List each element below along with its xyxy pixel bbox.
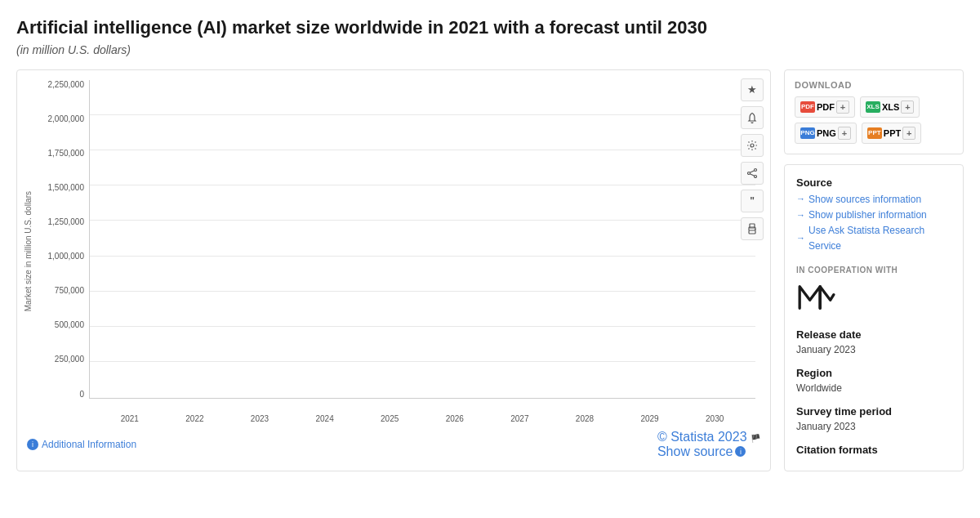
- x-label-2022: 2022: [163, 414, 228, 423]
- citation-section: Citation formats: [796, 444, 951, 456]
- m-logo: [796, 281, 837, 314]
- show-sources-link[interactable]: → Show sources information: [796, 192, 951, 208]
- y-label: 1,500,000: [36, 183, 89, 192]
- pdf-icon: PDF: [800, 101, 815, 113]
- y-label: 2,000,000: [36, 114, 89, 123]
- y-label: 1,750,000: [36, 149, 89, 158]
- svg-line-4: [750, 170, 754, 172]
- png-download-button[interactable]: PNG PNG +: [795, 123, 857, 144]
- citation-title: Citation formats: [796, 444, 951, 456]
- y-axis-label: Market size in million U.S. dollars: [24, 191, 33, 311]
- download-panel: DOWNLOAD PDF PDF + XLS XLS + PNG PNG +: [784, 69, 964, 154]
- svg-rect-6: [749, 230, 755, 234]
- y-label: 500,000: [36, 320, 89, 329]
- x-label-2028: 2028: [552, 414, 617, 423]
- print-button[interactable]: [741, 217, 764, 240]
- main-content: Market size in million U.S. dollars 2,25…: [16, 69, 964, 472]
- x-label-2021: 2021: [97, 414, 163, 423]
- show-source-link[interactable]: Show source i: [657, 444, 760, 459]
- xls-plus-button[interactable]: +: [901, 100, 914, 114]
- notification-button[interactable]: [741, 106, 764, 129]
- region-title: Region: [796, 367, 951, 379]
- chart-footer: i Additional Information © Statista 2023…: [24, 430, 764, 459]
- arrow-icon: →: [796, 231, 805, 246]
- x-label-2030: 2030: [682, 414, 747, 423]
- svg-point-8: [755, 228, 755, 229]
- bars-row: [90, 80, 755, 398]
- chart-area: Market size in million U.S. dollars 2,25…: [24, 80, 764, 423]
- cooperation-title: IN COOPERATION WITH: [796, 266, 951, 275]
- info-panel: Source → Show sources information → Show…: [784, 164, 964, 472]
- x-label-2026: 2026: [422, 414, 488, 423]
- chart-container: Market size in million U.S. dollars 2,25…: [16, 69, 771, 472]
- ppt-download-button[interactable]: PPT PPT +: [862, 123, 921, 144]
- y-label: 0: [36, 390, 89, 399]
- xls-download-button[interactable]: XLS XLS +: [860, 96, 920, 118]
- y-label: 1,250,000: [36, 217, 89, 226]
- survey-period-section: Survey time period January 2023: [796, 405, 951, 432]
- svg-point-0: [751, 144, 754, 147]
- additional-info-button[interactable]: i Additional Information: [27, 439, 136, 450]
- release-date-title: Release date: [796, 328, 951, 341]
- release-date-section: Release date January 2023: [796, 328, 951, 355]
- pdf-plus-button[interactable]: +: [836, 100, 849, 114]
- download-title: DOWNLOAD: [795, 80, 953, 90]
- bars-and-grid: [89, 80, 755, 399]
- survey-period-value: January 2023: [796, 421, 951, 432]
- statista-link[interactable]: © Statista 2023: [657, 430, 747, 444]
- page-subtitle: (in million U.S. dollars): [16, 43, 964, 56]
- region-value: Worldwide: [796, 382, 951, 394]
- chart-credit-area: © Statista 2023 🏴 Show source i: [657, 430, 760, 459]
- xls-icon: XLS: [866, 101, 880, 113]
- region-section: Region Worldwide: [796, 367, 951, 394]
- svg-point-2: [748, 172, 751, 174]
- page-title: Artificial intelligence (AI) market size…: [16, 16, 964, 40]
- x-label-2024: 2024: [292, 414, 358, 423]
- ppt-plus-button[interactable]: +: [902, 127, 915, 140]
- y-label: 750,000: [36, 286, 89, 295]
- statista-credit: © Statista 2023 🏴: [657, 430, 760, 444]
- png-icon: PNG: [800, 127, 815, 139]
- x-label-2025: 2025: [357, 414, 422, 423]
- survey-period-title: Survey time period: [796, 405, 951, 418]
- ask-statista-link[interactable]: → Use Ask Statista Research Service: [796, 223, 951, 254]
- settings-button[interactable]: [741, 134, 764, 157]
- info-icon: i: [27, 439, 38, 450]
- svg-point-3: [755, 175, 757, 177]
- ppt-icon: PPT: [867, 127, 882, 139]
- png-plus-button[interactable]: +: [838, 127, 851, 140]
- release-date-value: January 2023: [796, 344, 951, 355]
- arrow-icon: →: [796, 192, 805, 207]
- y-label: 250,000: [36, 355, 89, 364]
- x-label-2023: 2023: [227, 414, 292, 423]
- x-label-2027: 2027: [488, 414, 553, 423]
- cooperation-section: IN COOPERATION WITH: [796, 266, 951, 317]
- info-circle-icon: i: [735, 446, 746, 457]
- svg-point-1: [755, 168, 757, 171]
- side-toolbar: ★: [741, 78, 764, 240]
- source-title: Source: [796, 176, 951, 189]
- y-label: 1,000,000: [36, 252, 89, 261]
- share-button[interactable]: [741, 162, 764, 185]
- chart-inner: 2,250,000 2,000,000 1,750,000 1,500,000 …: [36, 80, 764, 423]
- download-buttons: PDF PDF + XLS XLS + PNG PNG + PPT PPT: [795, 96, 953, 144]
- sidebar: DOWNLOAD PDF PDF + XLS XLS + PNG PNG +: [784, 69, 964, 472]
- favorite-button[interactable]: ★: [741, 78, 764, 101]
- y-label: 2,250,000: [36, 80, 89, 89]
- flag-icon: 🏴: [751, 434, 760, 443]
- source-section: Source → Show sources information → Show…: [796, 176, 951, 255]
- show-publisher-link[interactable]: → Show publisher information: [796, 208, 951, 223]
- svg-line-5: [750, 173, 754, 176]
- x-label-2029: 2029: [617, 414, 683, 423]
- cite-button[interactable]: ": [741, 190, 764, 212]
- x-axis-labels: 2021 2022 2023 2024 2025 2026 2027 2028 …: [89, 414, 755, 423]
- y-labels: 2,250,000 2,000,000 1,750,000 1,500,000 …: [36, 80, 89, 399]
- pdf-download-button[interactable]: PDF PDF +: [795, 96, 855, 118]
- arrow-icon: →: [796, 208, 805, 223]
- show-source-row: Show source i: [657, 444, 760, 459]
